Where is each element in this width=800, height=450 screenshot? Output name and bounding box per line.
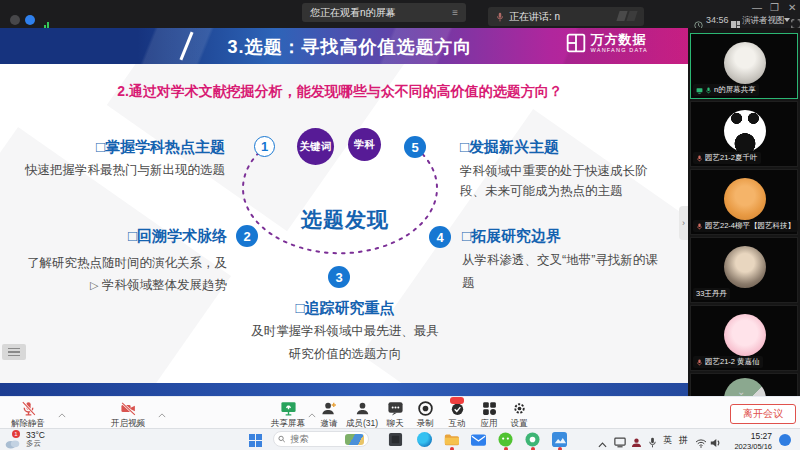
participant-tile[interactable]: 园艺21-2 黄嘉仙	[690, 305, 798, 371]
step-circle-3: 3	[328, 266, 350, 288]
start-button[interactable]	[249, 433, 265, 449]
participant-tile[interactable]: 33王丹丹	[690, 237, 798, 303]
camera-off-icon	[120, 400, 137, 417]
meeting-topbar: 您正在观看n的屏幕 ≡ 正在讲话: n — ❐ ✕ 34:56 演讲者视图	[0, 0, 800, 28]
task-view-icon[interactable]	[388, 432, 404, 448]
file-explorer-icon[interactable]	[444, 432, 460, 448]
step-circle-4: 4	[429, 226, 451, 248]
weather-icon[interactable]	[4, 435, 21, 450]
leave-meeting-button[interactable]: 离开会议	[730, 404, 796, 424]
participant-label: 园艺21-2 黄嘉仙	[693, 356, 763, 368]
item4-title: □拓展研究边界	[462, 227, 561, 246]
meeting-toolbar: 解除静音 开启视频 共享屏幕 邀请 成员(31) 聊天 录制	[0, 396, 800, 428]
contact-app-icon[interactable]	[631, 434, 642, 450]
start-video-button[interactable]: 开启视频	[105, 400, 151, 430]
apps-grid-icon	[481, 400, 498, 417]
wave-decoration	[616, 11, 636, 23]
invite-icon	[321, 400, 338, 417]
keyword-bubble: 关键词	[297, 128, 334, 165]
weather-badge: 1	[12, 430, 20, 438]
view-mode-button[interactable]: 演讲者视图	[742, 15, 785, 27]
search-highlight-image[interactable]	[345, 434, 364, 445]
list-icon[interactable]: ≡	[452, 7, 458, 18]
chat-icon	[387, 400, 404, 417]
share-screen-button[interactable]: 共享屏幕	[265, 400, 311, 430]
volume-icon[interactable]	[710, 434, 721, 450]
edge-browser-icon[interactable]	[417, 432, 433, 448]
tray-mic-icon[interactable]	[648, 434, 657, 450]
minimize-button[interactable]: —	[752, 2, 762, 13]
unmute-button[interactable]: 解除静音	[5, 400, 51, 430]
subject-bubble: 学科	[348, 128, 381, 161]
mic-icon	[496, 12, 504, 22]
participant-tile[interactable]: n的屏幕共享	[690, 33, 798, 99]
speaking-banner-text: 正在讲话: n	[509, 10, 560, 24]
chevron-down-icon[interactable]	[784, 18, 790, 22]
scroll-more-chevron-icon[interactable]: ⌄	[737, 386, 745, 396]
search-icon	[278, 435, 285, 443]
ime-language-indicator[interactable]: 英	[663, 434, 672, 447]
cursor-icon: ▷	[90, 279, 98, 291]
taskbar-search[interactable]	[273, 431, 369, 447]
mic-muted-icon	[696, 155, 703, 162]
meeting-window: 您正在观看n的屏幕 ≡ 正在讲话: n — ❐ ✕ 34:56 演讲者视图 3.…	[0, 0, 800, 450]
slide-title: 3.选题：寻找高价值选题方向	[200, 35, 500, 59]
item2-title: □回溯学术脉络	[87, 227, 227, 246]
avatar	[724, 246, 766, 288]
avatar	[724, 110, 766, 152]
close-button[interactable]: ✕	[788, 2, 796, 13]
participant-tile[interactable]: 园艺22-4柳平【园艺科技】	[690, 169, 798, 235]
search-input[interactable]	[288, 433, 342, 445]
slide-footer-strip	[0, 383, 688, 396]
wanfang-logo: 万方数据 WANFANG DATA	[566, 33, 648, 54]
avatar	[724, 42, 766, 84]
video-options-chevron-icon[interactable]	[158, 404, 166, 422]
info-icon[interactable]	[10, 15, 20, 25]
participant-tile[interactable]: 园艺21-2夏千叶	[690, 101, 798, 167]
display-icon[interactable]	[614, 434, 626, 450]
tray-chevron-up-icon[interactable]	[598, 434, 607, 450]
mic-options-chevron-icon[interactable]	[58, 404, 66, 422]
photos-app-icon[interactable]	[552, 432, 568, 448]
wechat-icon[interactable]	[498, 432, 514, 448]
speaking-banner: 正在讲话: n	[488, 7, 644, 26]
gear-icon	[511, 400, 528, 417]
avatar	[724, 314, 766, 356]
watching-banner[interactable]: 您正在观看n的屏幕 ≡	[302, 3, 466, 22]
item5-desc-line2: 段、未来可能成为热点的主题	[460, 183, 623, 200]
center-label: 选题发现	[299, 206, 391, 234]
weather-widget[interactable]: 33°C 多云	[26, 431, 45, 449]
participant-tile[interactable]: ⌄	[690, 373, 798, 396]
windows-taskbar: 1 33°C 多云 英 拼 15:27 2023/05	[0, 428, 800, 450]
participant-label: 33王丹丹	[693, 288, 730, 300]
logo-name: 万方数据	[591, 33, 648, 46]
sidebar-collapse-handle[interactable]: ›	[679, 206, 688, 240]
item2-desc-line2: ▷ 学科领域整体发展趋势	[60, 277, 227, 294]
network-icon[interactable]	[25, 15, 35, 25]
tray-time: 15:27	[726, 431, 772, 442]
step-circle-5: 5	[404, 136, 426, 158]
mic-on-icon	[705, 87, 712, 94]
participant-label: 园艺22-4柳平【园艺科技】	[693, 220, 798, 232]
wifi-icon[interactable]	[695, 434, 707, 450]
maximize-button[interactable]: ❐	[770, 2, 779, 13]
members-icon	[354, 400, 371, 417]
item3-desc-line2: 研究价值的选题方向	[270, 346, 420, 363]
item1-desc: 快速把握学科最热门与新出现的选题	[10, 162, 225, 179]
tray-date: 2023/05/16	[726, 442, 772, 450]
settings-button[interactable]: 设置	[496, 400, 542, 430]
item1-title: □掌握学科热点主题	[20, 138, 225, 157]
notification-center-icon[interactable]	[779, 434, 791, 446]
mail-icon[interactable]	[471, 432, 487, 448]
item3-desc-line1: 及时掌握学科领域中最先进、最具	[245, 323, 445, 340]
shared-screen-slide: 3.选题：寻找高价值选题方向 万方数据 WANFANG DATA 2.通过对学术…	[0, 28, 688, 396]
ime-mode-indicator[interactable]: 拼	[679, 434, 688, 447]
mic-muted-icon	[696, 359, 703, 366]
clock-widget[interactable]: 15:27 2023/05/16	[726, 431, 772, 450]
watching-banner-text: 您正在观看n的屏幕	[310, 6, 396, 20]
mic-off-icon	[20, 400, 37, 417]
promo-badge	[450, 397, 464, 404]
annotation-menu-button[interactable]	[2, 344, 26, 360]
green-app-icon[interactable]	[525, 432, 541, 448]
item3-title: □追踪研究重点	[280, 299, 410, 318]
